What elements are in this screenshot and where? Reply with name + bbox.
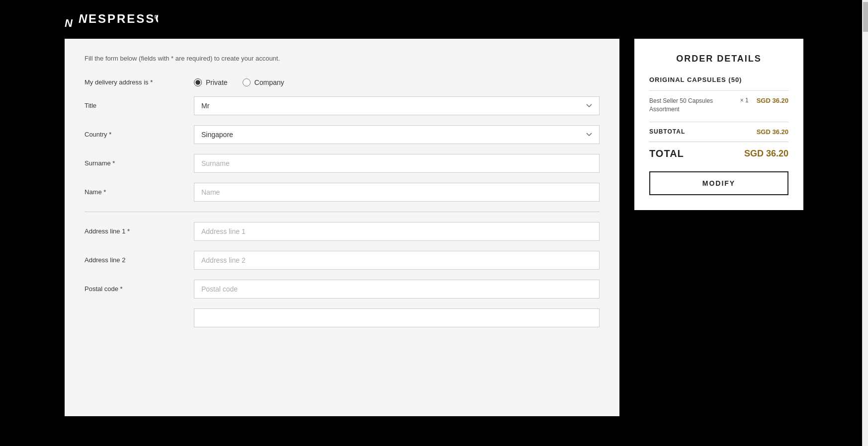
modify-button[interactable]: MODIFY	[649, 171, 788, 195]
total-label: TOTAL	[649, 148, 684, 159]
svg-text:ESPRESSO: ESPRESSO	[88, 12, 158, 25]
total-price: SGD 36.20	[744, 149, 788, 159]
address1-row: Address line 1 *	[85, 222, 600, 241]
radio-company-input[interactable]	[243, 78, 251, 86]
order-item-qty: × 1	[740, 97, 749, 104]
address1-input-wrapper	[194, 222, 600, 241]
extra-input-wrapper	[194, 308, 600, 327]
country-row: Country * Singapore Malaysia Indonesia T…	[85, 125, 600, 144]
title-select[interactable]: Mr Mrs Ms Dr	[194, 96, 600, 115]
name-row: Name *	[85, 183, 600, 202]
radio-private-label: Private	[206, 78, 228, 86]
country-select[interactable]: Singapore Malaysia Indonesia Thailand	[194, 125, 600, 144]
address2-label: Address line 2	[85, 256, 194, 264]
surname-input[interactable]	[194, 154, 600, 173]
order-item-row: Best Seller 50 Capsules Assortment × 1 S…	[649, 97, 788, 114]
delivery-type-row: My delivery address is * Private Company	[85, 78, 600, 86]
extra-row	[85, 308, 600, 327]
postal-row: Postal code *	[85, 280, 600, 298]
main-container: Fill the form below (fields with * are r…	[0, 39, 868, 416]
logo: NNESPRESSO N ESPRESSO ®	[65, 9, 158, 30]
country-label: Country *	[85, 131, 194, 138]
postal-label: Postal code *	[85, 285, 194, 293]
name-input[interactable]	[194, 183, 600, 202]
order-title: ORDER DETAILS	[649, 54, 788, 64]
form-divider	[85, 212, 600, 212]
nespresso-logo: N ESPRESSO ®	[79, 9, 158, 27]
title-label: Title	[85, 102, 194, 109]
total-row: TOTAL SGD 36.20	[649, 148, 788, 159]
header: NNESPRESSO N ESPRESSO ®	[0, 0, 868, 39]
delivery-radio-group: Private Company	[194, 78, 600, 86]
subtotal-label: SUBTOTAL	[649, 128, 685, 135]
name-input-wrapper	[194, 183, 600, 202]
radio-private[interactable]: Private	[194, 78, 228, 86]
order-divider-1	[649, 122, 788, 122]
order-item-name: Best Seller 50 Capsules Assortment	[649, 97, 732, 114]
title-row: Title Mr Mrs Ms Dr	[85, 96, 600, 115]
svg-text:N: N	[79, 12, 88, 25]
subtotal-price: SGD 36.20	[757, 128, 788, 136]
surname-input-wrapper	[194, 154, 600, 173]
address1-input[interactable]	[194, 222, 600, 241]
country-select-wrapper: Singapore Malaysia Indonesia Thailand	[194, 125, 600, 144]
radio-private-input[interactable]	[194, 78, 202, 86]
postal-input-wrapper	[194, 280, 600, 298]
address2-input-wrapper	[194, 251, 600, 270]
postal-input[interactable]	[194, 280, 600, 298]
order-panel: ORDER DETAILS ORIGINAL CAPSULES (50) Bes…	[634, 39, 803, 210]
order-divider-2	[649, 142, 788, 142]
address2-row: Address line 2	[85, 251, 600, 270]
form-intro: Fill the form below (fields with * are r…	[85, 54, 600, 64]
svg-text:®: ®	[154, 14, 158, 20]
scrollbar[interactable]	[862, 0, 868, 446]
address1-label: Address line 1 *	[85, 227, 194, 235]
radio-company[interactable]: Company	[243, 78, 284, 86]
scrollbar-thumb[interactable]	[863, 2, 868, 32]
extra-input[interactable]	[194, 308, 600, 327]
order-section-divider	[649, 90, 788, 91]
order-item-price: SGD 36.20	[757, 97, 788, 104]
delivery-label: My delivery address is *	[85, 78, 194, 86]
address2-input[interactable]	[194, 251, 600, 270]
form-panel: Fill the form below (fields with * are r…	[65, 39, 619, 416]
order-section-title: ORIGINAL CAPSULES (50)	[649, 76, 788, 83]
title-select-wrapper: Mr Mrs Ms Dr	[194, 96, 600, 115]
surname-label: Surname *	[85, 159, 194, 167]
surname-row: Surname *	[85, 154, 600, 173]
name-label: Name *	[85, 188, 194, 196]
radio-company-label: Company	[255, 78, 284, 86]
subtotal-row: SUBTOTAL SGD 36.20	[649, 128, 788, 136]
